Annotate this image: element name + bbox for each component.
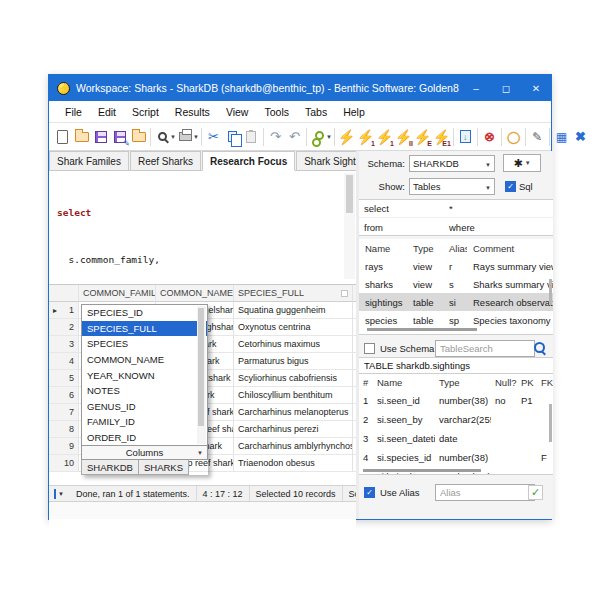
autocomplete-item[interactable]: SPECIES_ID (82, 305, 207, 321)
execute-all-icon[interactable]: ⚡II (394, 126, 413, 148)
columns-header-null[interactable]: Null? (491, 374, 517, 391)
list-item[interactable]: sharksview sSharks summary view (359, 275, 553, 293)
menu-help[interactable]: Help (335, 103, 373, 121)
open-file-icon[interactable] (72, 126, 91, 148)
columns-vscrollbar-thumb[interactable] (549, 404, 552, 442)
minimize-button[interactable]: – (461, 75, 491, 101)
print-preview-icon[interactable] (153, 126, 172, 148)
tools-options-icon[interactable]: ✖ (571, 126, 590, 148)
tables-vscrollbar-thumb[interactable] (549, 279, 552, 305)
tab-research-focus[interactable]: Research Focus (202, 151, 295, 171)
tables-header-comment[interactable]: Comment (467, 239, 553, 257)
import-file-icon[interactable] (129, 126, 148, 148)
menu-file[interactable]: File (57, 103, 90, 121)
query-cell-where[interactable]: where (444, 222, 475, 233)
sql-editor[interactable]: select s.common_family, s.common_name, s… (49, 171, 356, 281)
breadcrumb-schema[interactable]: SHARKDB (81, 460, 139, 475)
schema-select[interactable]: SHARKDB ▼ (409, 155, 495, 172)
tables-header-row: Name Type Alias Comment (359, 239, 553, 257)
menu-results[interactable]: Results (167, 103, 218, 121)
filter-box-icon[interactable] (341, 290, 348, 297)
editor-scrollbar[interactable] (344, 173, 355, 279)
cancel-query-icon[interactable]: ⊗ (480, 126, 499, 148)
menu-tools[interactable]: Tools (256, 103, 297, 121)
autocomplete-category-select[interactable]: Columns ▼ (81, 446, 208, 460)
menu-tabs[interactable]: Tabs (297, 103, 335, 121)
tables-header-type[interactable]: Type (407, 239, 443, 257)
execute-step-icon[interactable]: ⚡1 (375, 126, 394, 148)
execute-explain-one-icon[interactable]: ⚡E1 (432, 126, 451, 148)
list-item[interactable]: speciestable spSpecies taxonomy (359, 311, 553, 329)
column-row[interactable]: 1si.seen_id number(38)no P1 (359, 391, 553, 410)
save-icon[interactable] (91, 126, 110, 148)
column-row[interactable]: 3si.seen_datetime date (359, 429, 553, 448)
columns-hscrollbar-thumb[interactable] (363, 469, 481, 472)
autocomplete-item[interactable]: ORDER_ID (82, 430, 207, 446)
sql-checkbox[interactable]: ✓ (505, 181, 516, 192)
menu-edit[interactable]: Edit (90, 103, 124, 121)
autocomplete-item[interactable]: FAMILY_ID (82, 414, 207, 430)
search-icon[interactable] (533, 341, 547, 355)
query-cell-select[interactable]: select (359, 203, 444, 214)
clear-edits-icon[interactable]: ✎ (528, 126, 547, 148)
autocomplete-scrollbar[interactable] (197, 306, 206, 444)
columns-header-type[interactable]: Type (435, 374, 491, 391)
list-item[interactable]: raysview rRays summary view (359, 257, 553, 275)
autocomplete-item[interactable]: COMMON_NAME (82, 352, 207, 368)
menu-view[interactable]: View (218, 103, 257, 121)
autocomplete-item[interactable]: SPECIES (82, 336, 207, 352)
list-item-selected[interactable]: sightingstable siResearch observation (359, 293, 553, 311)
maximize-button[interactable]: ◻ (491, 75, 521, 101)
apply-check-icon[interactable]: ✓ (528, 485, 543, 500)
use-schema-checkbox[interactable] (364, 343, 375, 354)
export-data-icon[interactable]: ↓ (456, 126, 475, 148)
editor-scrollbar-thumb[interactable] (346, 175, 353, 213)
paste-icon[interactable] (242, 126, 261, 148)
table-options-icon[interactable]: ▦ (552, 126, 571, 148)
table-search-input[interactable] (435, 340, 535, 357)
autocomplete-item-selected[interactable]: SPECIES_FULL (82, 321, 207, 337)
autocomplete-item[interactable]: NOTES (82, 383, 207, 399)
execute-icon[interactable]: ⚡ (337, 126, 356, 148)
autocomplete-scrollbar-thumb[interactable] (198, 308, 204, 426)
cut-icon[interactable]: ✂ (204, 126, 223, 148)
column-row[interactable]: 4si.species_id number(38) F (359, 448, 553, 467)
query-cell-star[interactable]: * (444, 203, 453, 214)
autocomplete-item[interactable]: YEAR_KNOWN (82, 367, 207, 383)
autocomplete-item[interactable]: GENUS_ID (82, 399, 207, 415)
status-dropdown-caret[interactable]: ▼ (58, 491, 64, 497)
tables-hscrollbar-thumb[interactable] (367, 328, 477, 331)
menu-script[interactable]: Script (124, 103, 167, 121)
column-header-species-full[interactable]: SPECIES_FULL (234, 285, 353, 302)
gear-button[interactable]: ✱ ▼ (503, 154, 541, 172)
copy-icon[interactable] (223, 126, 242, 148)
status-dropdown-icon[interactable] (54, 489, 56, 499)
query-cell-from[interactable]: from (359, 222, 444, 233)
alias-input[interactable] (435, 484, 535, 501)
save-as-icon[interactable]: ✎ (110, 126, 129, 148)
commit-icon[interactable]: ◯ (504, 126, 523, 148)
connect-icon[interactable] (309, 126, 328, 148)
redo-icon[interactable]: ↷ (266, 126, 285, 148)
execute-explain-icon[interactable]: ⚡E (413, 126, 432, 148)
columns-header-n[interactable]: # (359, 374, 373, 391)
column-header-common-family[interactable]: COMMON_FAMILY (79, 285, 156, 302)
execute-one-icon[interactable]: ⚡1 (356, 126, 375, 148)
tab-shark-familes[interactable]: Shark Familes (49, 151, 129, 170)
tab-reef-sharks[interactable]: Reef Sharks (130, 151, 201, 170)
columns-header-name[interactable]: Name (373, 374, 435, 391)
columns-header-pk[interactable]: PK (517, 374, 537, 391)
show-select[interactable]: Tables ▼ (409, 178, 495, 195)
column-header-common-name[interactable]: COMMON_NAME (156, 285, 234, 302)
new-file-icon[interactable] (53, 126, 72, 148)
column-row[interactable]: 2si.seen_by varchar2(255) (359, 410, 553, 429)
tables-header-name[interactable]: Name (359, 239, 407, 257)
undo-icon[interactable]: ↶ (285, 126, 304, 148)
print-icon[interactable] (176, 126, 195, 148)
breadcrumb-table[interactable]: SHARKS (139, 460, 189, 475)
close-button[interactable]: ✕ (521, 75, 551, 101)
tables-header-alias[interactable]: Alias (443, 239, 467, 257)
columns-header-fk[interactable]: FK (537, 374, 553, 391)
toolbar-separator (525, 128, 526, 146)
use-alias-checkbox[interactable]: ✓ (364, 487, 375, 498)
